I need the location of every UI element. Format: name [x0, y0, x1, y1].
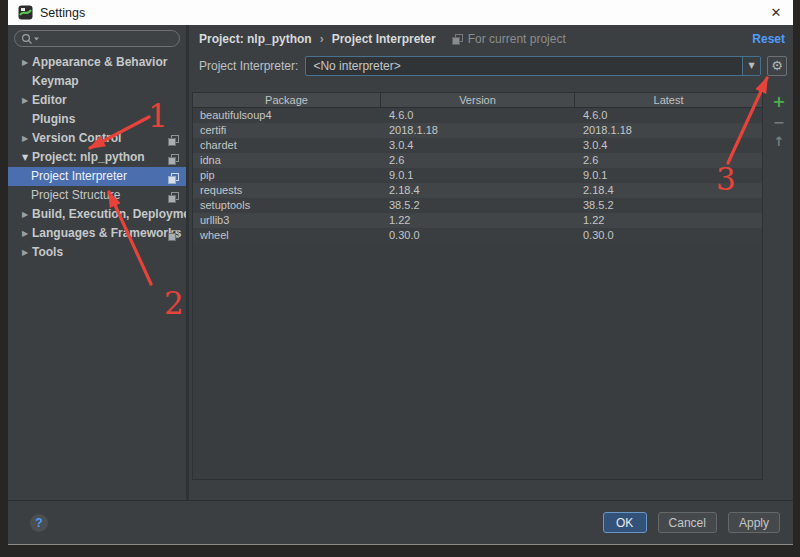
search-input[interactable]	[43, 33, 173, 45]
chevron-right-icon[interactable]: ▶	[22, 205, 32, 224]
breadcrumb: Project: nlp_python › Project Interprete…	[199, 31, 785, 47]
package-toolbar: + − ↑	[767, 92, 791, 152]
reset-link[interactable]: Reset	[752, 32, 785, 46]
table-empty-area	[193, 243, 762, 479]
breadcrumb-project: Project: nlp_python	[199, 32, 312, 46]
sidebar-item-appearance-behavior[interactable]: ▶ Appearance & Behavior	[8, 53, 186, 72]
table-row[interactable]: idna 2.6 2.6	[193, 153, 762, 168]
breadcrumb-separator-icon: ›	[320, 32, 324, 46]
chevron-right-icon[interactable]: ▶	[22, 129, 32, 148]
gear-icon[interactable]: ⚙	[767, 56, 787, 76]
interpreter-row: Project Interpreter: <No interpreter> ▼ …	[199, 55, 787, 76]
table-row[interactable]: beautifulsoup4 4.6.0 4.6.0	[193, 108, 762, 123]
title-bar: Settings ✕	[8, 0, 793, 25]
help-icon[interactable]: ?	[30, 514, 48, 532]
ok-button[interactable]: OK	[603, 512, 647, 533]
window-title: Settings	[40, 6, 85, 20]
table-header: Package Version Latest	[193, 93, 762, 108]
table-row[interactable]: requests 2.18.4 2.18.4	[193, 183, 762, 198]
table-row[interactable]: pip 9.0.1 9.0.1	[193, 168, 762, 183]
sidebar-item-plugins[interactable]: Plugins	[8, 110, 186, 129]
settings-window: Settings ✕ ▶	[8, 0, 793, 545]
dropdown-arrow-icon[interactable]: ▼	[742, 57, 760, 75]
dialog-body: ▶ Appearance & Behavior Keymap ▶ Editor …	[8, 25, 793, 544]
context-note: For current project	[468, 32, 566, 46]
search-box[interactable]	[14, 30, 180, 47]
column-header-version[interactable]: Version	[381, 93, 575, 107]
sidebar-item-project-interpreter[interactable]: Project Interpreter	[8, 167, 186, 186]
chevron-right-icon[interactable]: ▶	[22, 53, 32, 72]
cancel-button[interactable]: Cancel	[658, 512, 717, 533]
interpreter-select[interactable]: <No interpreter> ▼	[305, 56, 761, 76]
table-row[interactable]: chardet 3.0.4 3.0.4	[193, 138, 762, 153]
per-project-badge-icon	[452, 34, 463, 45]
search-icon	[21, 33, 40, 45]
chevron-right-icon[interactable]: ▶	[22, 224, 32, 243]
project-interpreter-panel: Project: nlp_python › Project Interprete…	[189, 25, 793, 500]
sidebar-item-editor[interactable]: ▶ Editor	[8, 91, 186, 110]
screen-background: Settings ✕ ▶	[0, 0, 800, 557]
column-header-latest[interactable]: Latest	[575, 93, 762, 107]
table-row[interactable]: urllib3 1.22 1.22	[193, 213, 762, 228]
close-icon[interactable]: ✕	[767, 5, 785, 20]
sidebar-item-project-structure[interactable]: Project Structure	[8, 186, 186, 205]
footer-buttons: OK Cancel Apply	[603, 512, 780, 533]
table-row[interactable]: setuptools 38.5.2 38.5.2	[193, 198, 762, 213]
sidebar-item-build-execution-deployment[interactable]: ▶ Build, Execution, Deployment	[8, 205, 186, 224]
sidebar-item-keymap[interactable]: Keymap	[8, 72, 186, 91]
settings-sidebar: ▶ Appearance & Behavior Keymap ▶ Editor …	[8, 25, 186, 500]
pycharm-app-icon	[18, 5, 33, 20]
interpreter-value: <No interpreter>	[306, 59, 742, 73]
sidebar-item-version-control[interactable]: ▶ Version Control	[8, 129, 186, 148]
chevron-down-icon[interactable]: ▼	[22, 148, 32, 167]
column-header-package[interactable]: Package	[193, 93, 381, 107]
sidebar-item-project-nlp-python[interactable]: ▼ Project: nlp_python	[8, 148, 186, 167]
table-row[interactable]: certifi 2018.1.18 2018.1.18	[193, 123, 762, 138]
dialog-footer: ? OK Cancel Apply	[8, 500, 793, 544]
breadcrumb-page: Project Interpreter	[332, 32, 436, 46]
apply-button[interactable]: Apply	[728, 512, 780, 533]
add-package-icon[interactable]: +	[769, 92, 789, 112]
packages-table: Package Version Latest beautifulsoup4 4.…	[192, 92, 763, 480]
sidebar-item-tools[interactable]: ▶ Tools	[8, 243, 186, 262]
interpreter-label: Project Interpreter:	[199, 59, 298, 73]
settings-tree: ▶ Appearance & Behavior Keymap ▶ Editor …	[8, 53, 186, 262]
chevron-right-icon[interactable]: ▶	[22, 91, 32, 110]
remove-package-icon[interactable]: −	[769, 112, 789, 132]
sidebar-item-languages-frameworks[interactable]: ▶ Languages & Frameworks	[8, 224, 186, 243]
chevron-right-icon[interactable]: ▶	[22, 243, 32, 262]
upgrade-package-icon[interactable]: ↑	[769, 132, 789, 152]
table-row[interactable]: wheel 0.30.0 0.30.0	[193, 228, 762, 243]
